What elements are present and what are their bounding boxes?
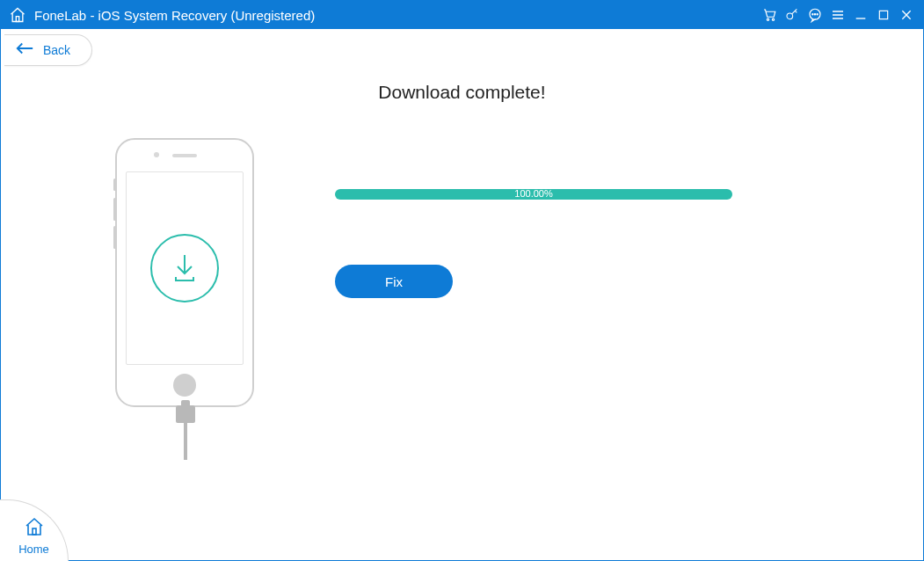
page-heading: Download complete! — [1, 82, 923, 103]
home-icon — [24, 516, 45, 541]
app-logo-icon — [8, 5, 27, 25]
fix-button[interactable]: Fix — [335, 265, 453, 298]
back-label: Back — [43, 43, 70, 57]
svg-rect-9 — [33, 528, 36, 535]
chat-icon[interactable] — [804, 1, 826, 29]
home-label: Home — [18, 543, 49, 556]
download-icon — [150, 234, 219, 302]
svg-point-7 — [817, 14, 818, 15]
phone-illustration-column — [1, 138, 335, 407]
svg-point-1 — [767, 18, 768, 20]
svg-point-5 — [812, 14, 813, 15]
status-column: 100.00% Fix — [335, 138, 923, 298]
back-button[interactable]: Back — [4, 34, 92, 66]
minimize-icon[interactable] — [849, 1, 872, 29]
svg-point-3 — [787, 13, 793, 19]
cable-icon — [184, 421, 187, 460]
app-window: FoneLab - iOS System Recovery (Unregiste… — [0, 0, 924, 561]
close-icon[interactable] — [895, 1, 918, 29]
menu-icon[interactable] — [826, 1, 849, 29]
svg-rect-8 — [879, 11, 887, 18]
svg-point-6 — [814, 14, 815, 15]
progress-bar: 100.00% — [335, 189, 732, 200]
svg-point-2 — [772, 18, 774, 20]
progress-value: 100.00% — [335, 187, 732, 200]
title-bar: FoneLab - iOS System Recovery (Unregiste… — [1, 1, 923, 29]
key-icon[interactable] — [781, 1, 804, 29]
maximize-icon[interactable] — [872, 1, 895, 29]
svg-rect-0 — [16, 17, 18, 22]
cart-icon[interactable] — [758, 1, 781, 29]
phone-illustration — [115, 138, 254, 407]
cable-connector-icon — [176, 405, 195, 423]
window-title: FoneLab - iOS System Recovery (Unregiste… — [34, 8, 315, 23]
content-area: Download complete! — [1, 71, 923, 560]
back-arrow-icon — [15, 42, 34, 58]
